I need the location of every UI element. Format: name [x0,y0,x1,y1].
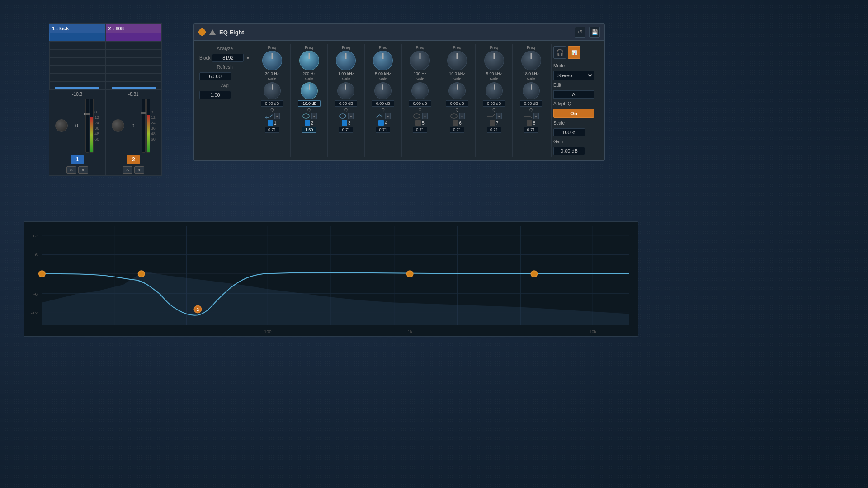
power-button[interactable] [198,28,206,36]
band-4-q-value: 0.71 [376,127,390,133]
band-2-gain-knob[interactable] [301,82,318,99]
mode-label: Mode [553,63,599,68]
block-dropdown-arrow[interactable]: ▼ [245,56,250,61]
eq-control-point-2[interactable] [138,271,145,277]
band-3-color-box [342,120,347,126]
band-4-gain-knob[interactable] [374,82,392,99]
track-1-mute-btn[interactable]: ● [78,166,88,174]
track-1-header[interactable]: 1 - kick [49,24,105,33]
band-2-freq-value: 200 Hz [302,71,316,76]
edit-value-box[interactable]: A [553,90,594,99]
track-2-fader[interactable] [142,99,146,153]
band-6-number: 6 [459,121,462,126]
clip-cell-bar-purple[interactable] [106,82,162,90]
track-2-number-btn[interactable]: 2 [127,155,140,164]
band-5-number: 5 [422,121,425,126]
track-1-pan-knob[interactable] [55,119,68,132]
eq-control-point-5[interactable] [531,271,537,277]
clip-cell [49,41,105,49]
clip-cell[interactable] [49,33,105,41]
track-1-db: -10.3 [69,92,85,97]
band-5-freq-knob[interactable] [410,51,430,70]
band-4-gain-value: 0.00 dB [372,100,394,107]
band-5-gain-knob[interactable] [411,82,429,99]
track-2-fader-handle[interactable] [141,112,147,114]
track-1-number-btn[interactable]: 1 [71,155,84,164]
mode-dropdown[interactable]: Stereo Mid/Side Left/Right [553,71,594,80]
block-value[interactable]: 8192 [212,54,244,62]
track-1-fader-handle[interactable] [84,113,90,115]
band-6-gain-value: 0.00 dB [446,100,468,107]
band-7-filter-icon [486,113,495,119]
svg-point-2 [340,114,346,118]
scale-value[interactable]: 100 % [553,128,585,136]
band-6-freq-knob[interactable] [447,51,467,70]
band-6-filter-type: ▼ [449,113,465,119]
band-4-freq-knob[interactable] [373,51,393,70]
collapse-button[interactable] [209,29,216,35]
band-4-color-box [378,120,384,126]
save-icon-btn[interactable]: 💾 [589,27,600,38]
band-8-filter-type: ▼ [524,113,539,119]
track-1-solo-btn[interactable]: S [66,166,76,174]
track-2-mute-btn[interactable]: ● [134,166,144,174]
track-2-level-fill [147,115,150,152]
band-7-filter-dropdown[interactable]: ▼ [496,113,502,119]
gain-right-value[interactable]: 0.00 dB [553,147,585,155]
band-6-gain-knob[interactable] [448,82,466,99]
band-4-freq-label: Freq [379,45,387,50]
band-3-filter-dropdown[interactable]: ▼ [348,113,354,119]
band-6-number-row: 6 [453,120,462,126]
band-5-number-row: 5 [415,120,425,126]
freq-label-100: 100 [264,329,272,334]
clip-cell[interactable] [106,33,162,41]
spectrum-button[interactable]: 📊 [568,46,580,59]
track-1-fader[interactable] [85,99,89,153]
eq-point-3-label: 2 [197,307,199,312]
track-2-pan-knob[interactable] [112,119,124,132]
track-2-header[interactable]: 2 - 808 [106,24,162,33]
band-1-number-row: 1 [268,120,277,126]
band-6-filter-dropdown[interactable]: ▼ [459,113,465,119]
track-1-level-meter [90,99,94,153]
eq-control-point-1[interactable] [39,271,45,277]
band-2-filter-dropdown[interactable]: ▼ [311,113,317,119]
refresh-value[interactable]: 60.00 [199,72,231,80]
band-1-filter-dropdown[interactable]: ▼ [274,113,280,119]
headphone-button[interactable]: 🎧 [553,46,566,59]
band-5-filter-dropdown[interactable]: ▼ [422,113,428,119]
band-8-gain-knob[interactable] [523,82,540,99]
track-2-pan-value: 0 [125,123,141,128]
track-2-solo-btn[interactable]: S [123,166,132,174]
clip-cell-bar[interactable] [49,82,105,90]
scale-label: Scale [553,121,599,126]
avg-value[interactable]: 1.00 [199,91,231,99]
band-6-freq-value: 10.0 kHz [449,71,465,76]
band-4-q-label: Q [382,108,385,112]
band-7-filter-type: ▼ [486,113,502,119]
band-8-freq-knob[interactable] [521,51,541,70]
band-7-freq-knob[interactable] [484,51,504,70]
band-8-filter-dropdown[interactable]: ▼ [533,113,539,119]
adapt-q-on-button[interactable]: On [553,109,594,118]
band-6-color-box [453,120,458,126]
db-label-6: 6 [35,252,38,257]
band-7-color-box [490,120,495,126]
band-2-freq-knob[interactable] [299,51,319,70]
band-3-q-label: Q [344,108,348,112]
svg-point-4 [451,114,457,118]
eq-control-point-4[interactable] [407,271,413,277]
band-7-gain-label: Gain [490,77,498,81]
band-1-q-value: 0.71 [265,127,279,133]
band-3-freq-knob[interactable] [336,51,356,70]
avg-label: Avg [199,83,250,88]
refresh-icon-btn[interactable]: ↺ [575,27,585,38]
band-1-gain-knob[interactable] [264,82,281,99]
band-5-freq-label: Freq [416,45,425,50]
track-2-bottom: -8.81 0 0 12 24 36 48 [106,90,162,175]
band-3-gain-knob[interactable] [337,82,354,99]
band-1-freq-knob[interactable] [262,51,282,70]
band-7-gain-knob[interactable] [486,82,503,99]
band-8-number: 8 [533,121,536,126]
band-4-filter-dropdown[interactable]: ▼ [385,113,391,119]
